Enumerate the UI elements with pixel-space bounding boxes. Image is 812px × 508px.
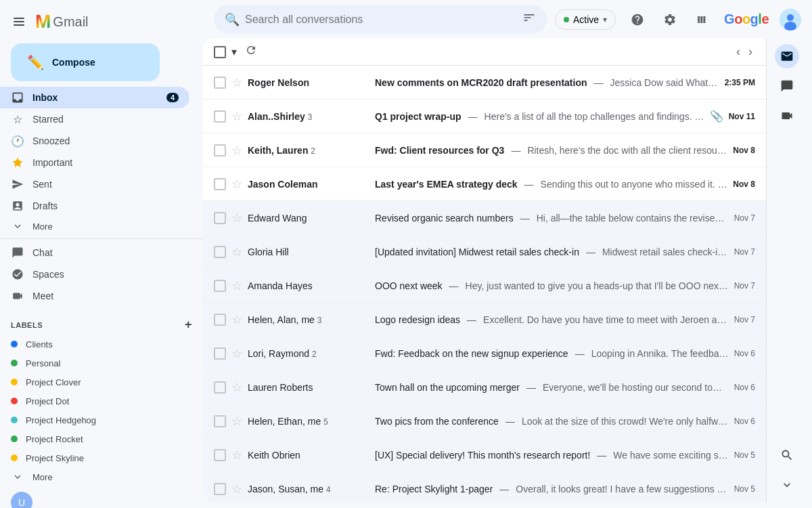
user-avatar[interactable] [780, 9, 801, 30]
user-avatar-1[interactable]: U [11, 492, 32, 508]
star-icon[interactable]: ☆ [231, 312, 242, 327]
email-row[interactable]: ☆ Helen, Alan, me 3 Logo redesign ideas … [203, 303, 766, 337]
sidebar-item-chat[interactable]: Chat [0, 242, 189, 263]
star-icon[interactable]: ☆ [231, 278, 242, 293]
star-icon[interactable]: ☆ [231, 448, 242, 463]
email-row[interactable]: ☆ Lori, Raymond 2 Fwd: Feedback on the n… [203, 337, 766, 371]
compose-button[interactable]: ✏️ Compose [11, 43, 160, 81]
star-icon[interactable]: ☆ [231, 109, 242, 124]
panel-mail-icon[interactable] [775, 44, 799, 68]
row-date: Nov 8 [733, 146, 755, 155]
email-row[interactable]: ☆ Alan..Shirley 3 Q1 project wrap-up — H… [203, 100, 766, 133]
panel-notes-icon[interactable] [775, 443, 799, 467]
star-icon[interactable]: ☆ [231, 380, 242, 395]
active-status-badge[interactable]: Active ▾ [555, 9, 616, 30]
sidebar-item-important[interactable]: Important [0, 152, 189, 173]
row-content: Logo redesign ideas — Excellent. Do have… [375, 314, 729, 325]
labels-more[interactable]: More [0, 467, 189, 486]
label-item-project-hedgehog[interactable]: Project Hedgehog [0, 410, 189, 429]
star-icon[interactable]: ☆ [231, 211, 242, 226]
sidebar-item-spaces[interactable]: Spaces [0, 263, 189, 285]
row-checkbox[interactable] [214, 144, 226, 156]
row-date: Nov 5 [734, 450, 755, 460]
row-subject: [UX] Special delivery! This month's rese… [375, 450, 590, 461]
star-icon[interactable]: ☆ [231, 414, 242, 429]
row-checkbox[interactable] [214, 178, 226, 190]
row-checkbox[interactable] [214, 483, 226, 495]
hamburger-menu-icon[interactable] [11, 14, 27, 30]
email-row[interactable]: ☆ Gloria Hill [Updated invitation] Midwe… [203, 235, 766, 269]
meet-icon [11, 289, 24, 303]
label-name-project-skyline: Project Skyline [26, 453, 84, 463]
row-subject: Town hall on the upcoming merger [375, 382, 520, 393]
row-checkbox[interactable] [214, 381, 226, 394]
row-checkbox[interactable] [214, 314, 226, 326]
row-content: Last year's EMEA strategy deck — Sending… [375, 179, 727, 190]
settings-icon[interactable] [659, 9, 681, 30]
row-checkbox[interactable] [214, 449, 226, 461]
sidebar-item-sent[interactable]: Sent [0, 173, 189, 195]
sidebar-item-meet[interactable]: Meet [0, 285, 189, 307]
label-item-project-clover[interactable]: Project Clover [0, 373, 189, 391]
refresh-icon[interactable] [242, 41, 260, 62]
row-meta: Nov 6 [734, 383, 755, 392]
label-item-project-dot[interactable]: Project Dot [0, 391, 189, 410]
grid-icon[interactable] [692, 9, 713, 30]
search-input[interactable] [245, 14, 517, 26]
email-row[interactable]: ☆ Keith Obrien [UX] Special delivery! Th… [203, 438, 766, 472]
row-checkbox[interactable] [214, 415, 226, 427]
sidebar-item-drafts[interactable]: Drafts [0, 195, 189, 217]
row-meta: Nov 5 [734, 484, 755, 494]
select-all-checkbox[interactable] [214, 46, 226, 58]
search-bar[interactable]: 🔍 [214, 5, 547, 33]
search-icon[interactable]: 🔍 [225, 12, 240, 27]
star-icon[interactable]: ☆ [231, 346, 242, 361]
row-checkbox[interactable] [214, 280, 226, 292]
sidebar-more-nav[interactable]: More [0, 217, 189, 236]
row-content: New comments on MCR2020 draft presentati… [375, 77, 719, 88]
row-subject: Fwd: Client resources for Q3 [375, 145, 504, 156]
help-icon[interactable] [627, 9, 648, 30]
row-meta: Nov 7 [734, 315, 755, 324]
label-name-clients: Clients [26, 339, 53, 350]
sidebar-item-inbox[interactable]: Inbox 4 [0, 87, 189, 108]
prev-page-button[interactable]: ‹ [734, 42, 743, 62]
label-item-personal[interactable]: Personal [0, 354, 189, 373]
email-row[interactable]: ☆ Lauren Roberts Town hall on the upcomi… [203, 371, 766, 404]
email-row[interactable]: ☆ Amanda Hayes OOO next week — Hey, just… [203, 269, 766, 303]
email-row[interactable]: ☆ Jason, Susan, me 4 Re: Project Skyligh… [203, 472, 766, 503]
email-row[interactable]: ☆ Helen, Ethan, me 5 Two pics from the c… [203, 404, 766, 438]
label-item-clients[interactable]: Clients [0, 335, 189, 354]
star-icon[interactable]: ☆ [231, 482, 242, 496]
row-checkbox[interactable] [214, 347, 226, 360]
row-checkbox[interactable] [214, 246, 226, 258]
search-tune-icon[interactable] [522, 11, 536, 28]
panel-chat-icon[interactable] [775, 74, 799, 98]
star-icon[interactable]: ☆ [231, 245, 242, 259]
row-date: Nov 7 [734, 281, 755, 291]
star-icon[interactable]: ☆ [231, 75, 242, 90]
label-item-project-rocket[interactable]: Project Rocket [0, 429, 189, 448]
label-item-project-skyline[interactable]: Project Skyline [0, 448, 189, 467]
star-icon[interactable]: ☆ [231, 177, 242, 192]
sidebar-item-starred[interactable]: ☆ Starred [0, 108, 189, 130]
row-checkbox[interactable] [214, 212, 226, 224]
row-snippet: Looping in Annika. The feedback we've... [591, 348, 729, 359]
row-checkbox[interactable] [214, 77, 226, 89]
row-content: Two pics from the conference — Look at t… [375, 416, 729, 427]
email-row[interactable]: ☆ Roger Nelson New comments on MCR2020 d… [203, 66, 766, 100]
email-row[interactable]: ☆ Edward Wang Revised organic search num… [203, 201, 766, 235]
email-row[interactable]: ☆ Jason Coleman Last year's EMEA strateg… [203, 167, 766, 201]
select-dropdown-icon[interactable]: ▾ [231, 45, 237, 58]
panel-expand-icon[interactable] [775, 473, 799, 497]
row-sender: Jason Coleman [248, 179, 369, 190]
row-sender: Lauren Roberts [248, 382, 369, 393]
next-page-button[interactable]: › [746, 42, 755, 62]
star-icon[interactable]: ☆ [231, 143, 242, 158]
panel-video-icon[interactable] [775, 104, 799, 128]
row-checkbox[interactable] [214, 110, 226, 123]
add-label-icon[interactable]: + [185, 318, 192, 332]
email-row[interactable]: ☆ Keith, Lauren 2 Fwd: Client resources … [203, 133, 766, 167]
row-subject: Q1 project wrap-up [375, 111, 461, 122]
sidebar-item-snoozed[interactable]: 🕐 Snoozed [0, 130, 189, 152]
